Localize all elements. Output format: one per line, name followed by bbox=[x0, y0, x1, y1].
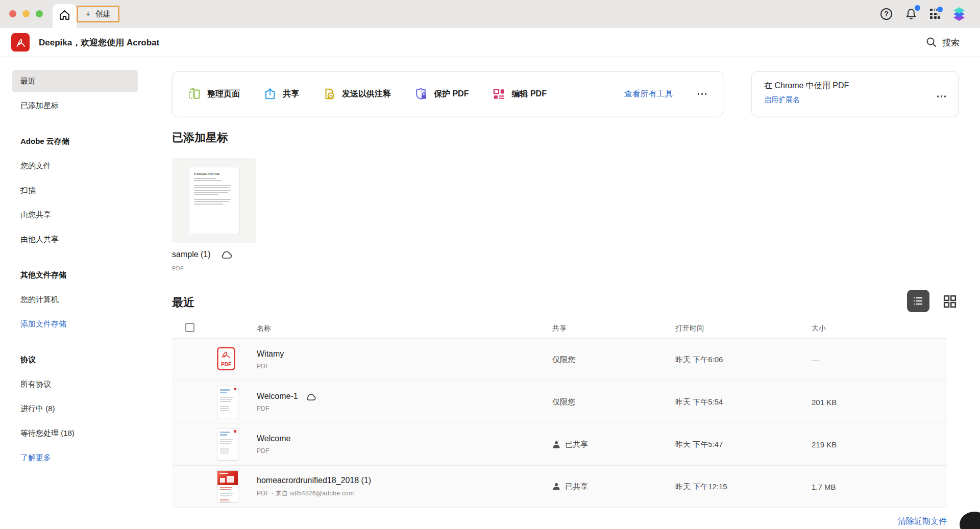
minimize-window-button[interactable] bbox=[22, 10, 30, 17]
zoom-window-button[interactable] bbox=[36, 10, 43, 17]
svg-text:PDF: PDF bbox=[221, 362, 231, 367]
person-icon bbox=[552, 483, 560, 491]
view-all-tools-link[interactable]: 查看所有工具 bbox=[624, 89, 673, 99]
clear-recent-files-link[interactable]: 清除近期文件 bbox=[898, 516, 947, 527]
chrome-extension-card: 在 Chrome 中使用 PDF 启用扩展名 bbox=[751, 71, 959, 116]
recent-file-list: PDF Witamy PDF 仅限您 昨天 下午6:06 — bbox=[172, 338, 947, 508]
select-all-checkbox[interactable] bbox=[185, 323, 194, 332]
enable-extension-link[interactable]: 启用扩展名 bbox=[764, 95, 946, 105]
help-icon[interactable]: ? bbox=[880, 8, 892, 20]
thumbnail-title-text: A Simple PDF File bbox=[194, 172, 235, 175]
quick-tools-bar: 整理页面 共享 @ 发送以供注释 保护 PDF bbox=[172, 71, 723, 116]
search-label: 搜索 bbox=[942, 37, 960, 48]
starred-file-name[interactable]: sample (1) bbox=[172, 250, 211, 259]
column-header-shared[interactable]: 共享 bbox=[552, 324, 567, 333]
file-size: 219 KB bbox=[812, 440, 837, 449]
list-view-icon bbox=[912, 294, 925, 308]
sidebar-header-adobe-cloud: Adobe 云存储 bbox=[12, 130, 138, 153]
avatar-cube-icon bbox=[952, 7, 966, 21]
recent-section-title: 最近 bbox=[172, 295, 194, 310]
sidebar: 最近 已添加星标 Adobe 云存储 您的文件 扫描 由您共享 由他人共享 其他… bbox=[0, 57, 153, 529]
sidebar-item-scans[interactable]: 扫描 bbox=[12, 179, 138, 201]
chrome-card-title: 在 Chrome 中使用 PDF bbox=[764, 81, 946, 91]
plus-icon: + bbox=[85, 10, 91, 19]
table-row[interactable]: homeacrordrunified18_2018 (1) PDF · 来自 s… bbox=[172, 465, 947, 508]
app-switcher-button[interactable] bbox=[930, 9, 940, 19]
file-size: 1.7 MB bbox=[812, 482, 836, 491]
tool-edit-pdf[interactable]: 编辑 PDF bbox=[492, 87, 546, 100]
main-content: 整理页面 共享 @ 发送以供注释 保护 PDF bbox=[153, 57, 980, 529]
file-name: Welcome-1 bbox=[257, 392, 298, 401]
close-window-button[interactable] bbox=[9, 10, 16, 17]
shared-status: 已共享 bbox=[565, 440, 588, 449]
notifications-button[interactable] bbox=[904, 7, 918, 20]
sidebar-item-shared-by-others[interactable]: 由他人共享 bbox=[12, 228, 138, 250]
pdf-file-icon: PDF bbox=[217, 347, 235, 372]
search-button[interactable]: 搜索 bbox=[926, 28, 960, 57]
sidebar-item-waiting-for-you[interactable]: 等待您处理 (18) bbox=[12, 422, 138, 444]
chrome-card-more-button[interactable] bbox=[936, 92, 947, 100]
file-name: homeacrordrunified18_2018 (1) bbox=[257, 475, 371, 485]
protect-pdf-icon bbox=[414, 87, 428, 100]
file-type: PDF bbox=[257, 405, 317, 412]
recent-table-header: 名称 共享 打开时间 大小 bbox=[172, 319, 947, 338]
tool-protect-pdf[interactable]: 保护 PDF bbox=[414, 87, 469, 100]
file-name: Welcome bbox=[257, 434, 290, 443]
app-switcher-badge bbox=[937, 7, 943, 12]
file-type: PDF · 来自 sdl54826@adobe.com bbox=[257, 489, 371, 497]
sidebar-item-your-files[interactable]: 您的文件 bbox=[12, 155, 138, 177]
sidebar-header-agreements: 协议 bbox=[12, 348, 138, 371]
acrobat-logo-icon bbox=[11, 33, 30, 52]
table-row[interactable]: Welcome-1 PDF 仅限您 昨天 下午5:54 201 KB bbox=[172, 381, 947, 423]
sidebar-header-other-storage: 其他文件存储 bbox=[12, 264, 138, 286]
send-for-comments-icon: @ bbox=[323, 87, 336, 100]
column-header-name[interactable]: 名称 bbox=[257, 324, 271, 333]
create-button-label: 创建 bbox=[95, 9, 111, 19]
grid-view-icon bbox=[943, 295, 957, 308]
cloud-icon bbox=[220, 249, 233, 259]
sidebar-item-add-storage[interactable]: 添加文件存储 bbox=[12, 313, 138, 335]
table-row[interactable]: Welcome PDF 已共享 昨天 下午5:47 219 KB bbox=[172, 423, 947, 465]
sidebar-item-all-agreements[interactable]: 所有协议 bbox=[12, 373, 138, 395]
column-header-opened[interactable]: 打开时间 bbox=[675, 324, 704, 333]
home-icon bbox=[58, 9, 71, 23]
starred-file-thumbnail: A Simple PDF File bbox=[189, 167, 240, 234]
sidebar-item-in-progress[interactable]: 进行中 (8) bbox=[12, 397, 138, 420]
list-view-button[interactable] bbox=[907, 290, 929, 312]
sidebar-item-starred[interactable]: 已添加星标 bbox=[12, 94, 138, 117]
sidebar-item-recent[interactable]: 最近 bbox=[12, 70, 138, 92]
person-icon bbox=[552, 440, 560, 448]
sidebar-item-learn-more[interactable]: 了解更多 bbox=[12, 446, 138, 469]
tool-send-for-comments[interactable]: @ 发送以供注释 bbox=[323, 87, 391, 100]
welcome-message: Deepika，欢迎您使用 Acrobat bbox=[39, 28, 159, 57]
opened-time: 昨天 下午12:15 bbox=[675, 482, 727, 491]
file-size: 201 KB bbox=[812, 398, 837, 407]
opened-time: 昨天 下午5:54 bbox=[675, 397, 723, 407]
organize-pages-icon bbox=[188, 87, 201, 100]
shared-status: 仅限您 bbox=[552, 355, 575, 365]
tool-organize-pages[interactable]: 整理页面 bbox=[188, 87, 240, 100]
document-thumbnail bbox=[217, 470, 238, 503]
create-button[interactable]: + 创建 bbox=[77, 6, 119, 22]
shared-status: 已共享 bbox=[565, 482, 588, 491]
share-icon bbox=[263, 87, 277, 100]
sidebar-item-your-computer[interactable]: 您的计算机 bbox=[12, 288, 138, 311]
shared-status: 仅限您 bbox=[552, 397, 575, 407]
tool-share[interactable]: 共享 bbox=[263, 87, 299, 100]
starred-file-type: PDF bbox=[172, 265, 184, 271]
sidebar-item-shared-by-you[interactable]: 由您共享 bbox=[12, 204, 138, 226]
column-header-size[interactable]: 大小 bbox=[812, 324, 826, 333]
home-tab[interactable] bbox=[53, 4, 77, 28]
document-thumbnail bbox=[217, 386, 238, 418]
opened-time: 昨天 下午6:06 bbox=[675, 355, 723, 365]
starred-file-tile[interactable]: A Simple PDF File bbox=[172, 158, 256, 243]
grid-view-button[interactable] bbox=[943, 295, 957, 308]
edit-pdf-icon bbox=[492, 87, 505, 100]
table-row[interactable]: PDF Witamy PDF 仅限您 昨天 下午6:06 — bbox=[172, 338, 947, 381]
more-tools-button[interactable] bbox=[697, 90, 708, 98]
opened-time: 昨天 下午5:47 bbox=[675, 440, 723, 449]
file-size: — bbox=[812, 356, 819, 364]
account-avatar[interactable] bbox=[952, 7, 966, 21]
notification-badge bbox=[915, 5, 920, 11]
window-titlebar: + 创建 ? bbox=[0, 0, 980, 28]
